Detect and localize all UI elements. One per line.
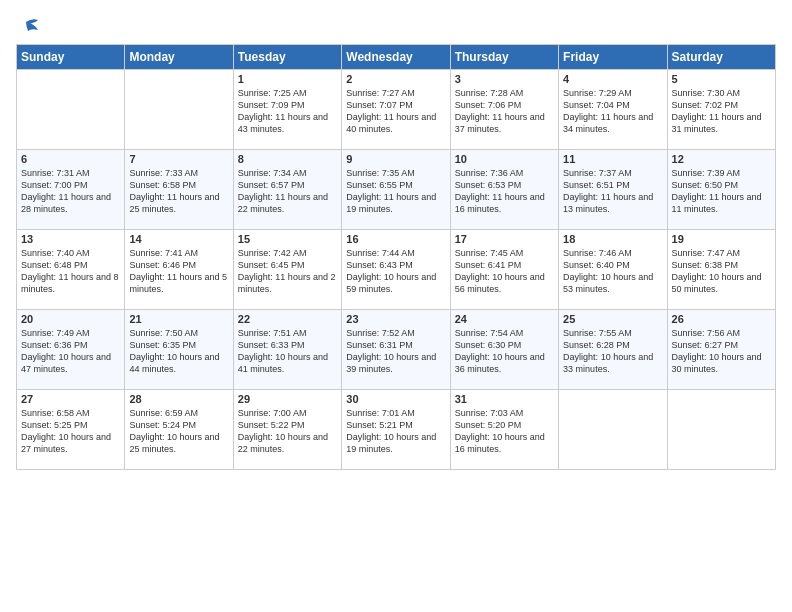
logo bbox=[16, 16, 40, 34]
day-info: Sunrise: 7:44 AMSunset: 6:43 PMDaylight:… bbox=[346, 247, 445, 296]
day-number: 3 bbox=[455, 73, 554, 85]
day-number: 21 bbox=[129, 313, 228, 325]
day-info: Sunrise: 7:31 AMSunset: 7:00 PMDaylight:… bbox=[21, 167, 120, 216]
calendar-cell: 23Sunrise: 7:52 AMSunset: 6:31 PMDayligh… bbox=[342, 310, 450, 390]
calendar-cell: 30Sunrise: 7:01 AMSunset: 5:21 PMDayligh… bbox=[342, 390, 450, 470]
calendar-cell bbox=[559, 390, 667, 470]
day-info: Sunrise: 7:54 AMSunset: 6:30 PMDaylight:… bbox=[455, 327, 554, 376]
day-header-sunday: Sunday bbox=[17, 45, 125, 70]
calendar-cell: 9Sunrise: 7:35 AMSunset: 6:55 PMDaylight… bbox=[342, 150, 450, 230]
calendar-cell bbox=[667, 390, 775, 470]
day-number: 12 bbox=[672, 153, 771, 165]
day-number: 23 bbox=[346, 313, 445, 325]
day-info: Sunrise: 7:01 AMSunset: 5:21 PMDaylight:… bbox=[346, 407, 445, 456]
week-row-3: 13Sunrise: 7:40 AMSunset: 6:48 PMDayligh… bbox=[17, 230, 776, 310]
day-number: 4 bbox=[563, 73, 662, 85]
day-info: Sunrise: 7:51 AMSunset: 6:33 PMDaylight:… bbox=[238, 327, 337, 376]
day-number: 9 bbox=[346, 153, 445, 165]
day-info: Sunrise: 7:30 AMSunset: 7:02 PMDaylight:… bbox=[672, 87, 771, 136]
day-number: 16 bbox=[346, 233, 445, 245]
day-info: Sunrise: 7:42 AMSunset: 6:45 PMDaylight:… bbox=[238, 247, 337, 296]
day-number: 17 bbox=[455, 233, 554, 245]
day-number: 2 bbox=[346, 73, 445, 85]
calendar-cell: 14Sunrise: 7:41 AMSunset: 6:46 PMDayligh… bbox=[125, 230, 233, 310]
day-number: 30 bbox=[346, 393, 445, 405]
day-info: Sunrise: 7:40 AMSunset: 6:48 PMDaylight:… bbox=[21, 247, 120, 296]
day-info: Sunrise: 7:27 AMSunset: 7:07 PMDaylight:… bbox=[346, 87, 445, 136]
calendar-cell: 1Sunrise: 7:25 AMSunset: 7:09 PMDaylight… bbox=[233, 70, 341, 150]
calendar-cell: 13Sunrise: 7:40 AMSunset: 6:48 PMDayligh… bbox=[17, 230, 125, 310]
calendar-cell: 22Sunrise: 7:51 AMSunset: 6:33 PMDayligh… bbox=[233, 310, 341, 390]
day-number: 10 bbox=[455, 153, 554, 165]
day-info: Sunrise: 6:58 AMSunset: 5:25 PMDaylight:… bbox=[21, 407, 120, 456]
week-row-4: 20Sunrise: 7:49 AMSunset: 6:36 PMDayligh… bbox=[17, 310, 776, 390]
calendar-cell: 21Sunrise: 7:50 AMSunset: 6:35 PMDayligh… bbox=[125, 310, 233, 390]
calendar-cell bbox=[125, 70, 233, 150]
day-info: Sunrise: 7:36 AMSunset: 6:53 PMDaylight:… bbox=[455, 167, 554, 216]
header-row: SundayMondayTuesdayWednesdayThursdayFrid… bbox=[17, 45, 776, 70]
day-header-tuesday: Tuesday bbox=[233, 45, 341, 70]
calendar-cell: 26Sunrise: 7:56 AMSunset: 6:27 PMDayligh… bbox=[667, 310, 775, 390]
day-number: 31 bbox=[455, 393, 554, 405]
day-number: 15 bbox=[238, 233, 337, 245]
day-info: Sunrise: 7:56 AMSunset: 6:27 PMDaylight:… bbox=[672, 327, 771, 376]
day-header-wednesday: Wednesday bbox=[342, 45, 450, 70]
day-number: 6 bbox=[21, 153, 120, 165]
calendar-cell: 27Sunrise: 6:58 AMSunset: 5:25 PMDayligh… bbox=[17, 390, 125, 470]
day-info: Sunrise: 6:59 AMSunset: 5:24 PMDaylight:… bbox=[129, 407, 228, 456]
day-header-friday: Friday bbox=[559, 45, 667, 70]
day-number: 27 bbox=[21, 393, 120, 405]
day-info: Sunrise: 7:33 AMSunset: 6:58 PMDaylight:… bbox=[129, 167, 228, 216]
calendar-cell: 17Sunrise: 7:45 AMSunset: 6:41 PMDayligh… bbox=[450, 230, 558, 310]
day-info: Sunrise: 7:03 AMSunset: 5:20 PMDaylight:… bbox=[455, 407, 554, 456]
calendar-cell: 25Sunrise: 7:55 AMSunset: 6:28 PMDayligh… bbox=[559, 310, 667, 390]
day-info: Sunrise: 7:28 AMSunset: 7:06 PMDaylight:… bbox=[455, 87, 554, 136]
day-number: 8 bbox=[238, 153, 337, 165]
day-number: 19 bbox=[672, 233, 771, 245]
day-header-monday: Monday bbox=[125, 45, 233, 70]
header bbox=[16, 16, 776, 34]
day-number: 13 bbox=[21, 233, 120, 245]
day-info: Sunrise: 7:41 AMSunset: 6:46 PMDaylight:… bbox=[129, 247, 228, 296]
calendar-cell: 10Sunrise: 7:36 AMSunset: 6:53 PMDayligh… bbox=[450, 150, 558, 230]
day-number: 11 bbox=[563, 153, 662, 165]
day-info: Sunrise: 7:49 AMSunset: 6:36 PMDaylight:… bbox=[21, 327, 120, 376]
day-info: Sunrise: 7:35 AMSunset: 6:55 PMDaylight:… bbox=[346, 167, 445, 216]
calendar-cell: 18Sunrise: 7:46 AMSunset: 6:40 PMDayligh… bbox=[559, 230, 667, 310]
calendar-cell: 6Sunrise: 7:31 AMSunset: 7:00 PMDaylight… bbox=[17, 150, 125, 230]
calendar-cell: 29Sunrise: 7:00 AMSunset: 5:22 PMDayligh… bbox=[233, 390, 341, 470]
calendar-cell: 12Sunrise: 7:39 AMSunset: 6:50 PMDayligh… bbox=[667, 150, 775, 230]
calendar-cell: 31Sunrise: 7:03 AMSunset: 5:20 PMDayligh… bbox=[450, 390, 558, 470]
day-number: 20 bbox=[21, 313, 120, 325]
day-number: 18 bbox=[563, 233, 662, 245]
day-info: Sunrise: 7:50 AMSunset: 6:35 PMDaylight:… bbox=[129, 327, 228, 376]
calendar-cell: 8Sunrise: 7:34 AMSunset: 6:57 PMDaylight… bbox=[233, 150, 341, 230]
week-row-1: 1Sunrise: 7:25 AMSunset: 7:09 PMDaylight… bbox=[17, 70, 776, 150]
day-header-saturday: Saturday bbox=[667, 45, 775, 70]
day-header-thursday: Thursday bbox=[450, 45, 558, 70]
day-info: Sunrise: 7:55 AMSunset: 6:28 PMDaylight:… bbox=[563, 327, 662, 376]
day-info: Sunrise: 7:47 AMSunset: 6:38 PMDaylight:… bbox=[672, 247, 771, 296]
calendar-cell: 19Sunrise: 7:47 AMSunset: 6:38 PMDayligh… bbox=[667, 230, 775, 310]
day-number: 29 bbox=[238, 393, 337, 405]
day-number: 7 bbox=[129, 153, 228, 165]
calendar-cell: 3Sunrise: 7:28 AMSunset: 7:06 PMDaylight… bbox=[450, 70, 558, 150]
calendar-cell: 5Sunrise: 7:30 AMSunset: 7:02 PMDaylight… bbox=[667, 70, 775, 150]
day-info: Sunrise: 7:52 AMSunset: 6:31 PMDaylight:… bbox=[346, 327, 445, 376]
day-info: Sunrise: 7:46 AMSunset: 6:40 PMDaylight:… bbox=[563, 247, 662, 296]
day-number: 25 bbox=[563, 313, 662, 325]
day-info: Sunrise: 7:45 AMSunset: 6:41 PMDaylight:… bbox=[455, 247, 554, 296]
calendar-cell: 4Sunrise: 7:29 AMSunset: 7:04 PMDaylight… bbox=[559, 70, 667, 150]
day-number: 5 bbox=[672, 73, 771, 85]
week-row-5: 27Sunrise: 6:58 AMSunset: 5:25 PMDayligh… bbox=[17, 390, 776, 470]
day-info: Sunrise: 7:00 AMSunset: 5:22 PMDaylight:… bbox=[238, 407, 337, 456]
calendar-cell: 28Sunrise: 6:59 AMSunset: 5:24 PMDayligh… bbox=[125, 390, 233, 470]
day-number: 14 bbox=[129, 233, 228, 245]
day-number: 22 bbox=[238, 313, 337, 325]
day-info: Sunrise: 7:25 AMSunset: 7:09 PMDaylight:… bbox=[238, 87, 337, 136]
day-number: 26 bbox=[672, 313, 771, 325]
calendar-cell bbox=[17, 70, 125, 150]
calendar-cell: 7Sunrise: 7:33 AMSunset: 6:58 PMDaylight… bbox=[125, 150, 233, 230]
calendar-cell: 16Sunrise: 7:44 AMSunset: 6:43 PMDayligh… bbox=[342, 230, 450, 310]
day-info: Sunrise: 7:34 AMSunset: 6:57 PMDaylight:… bbox=[238, 167, 337, 216]
